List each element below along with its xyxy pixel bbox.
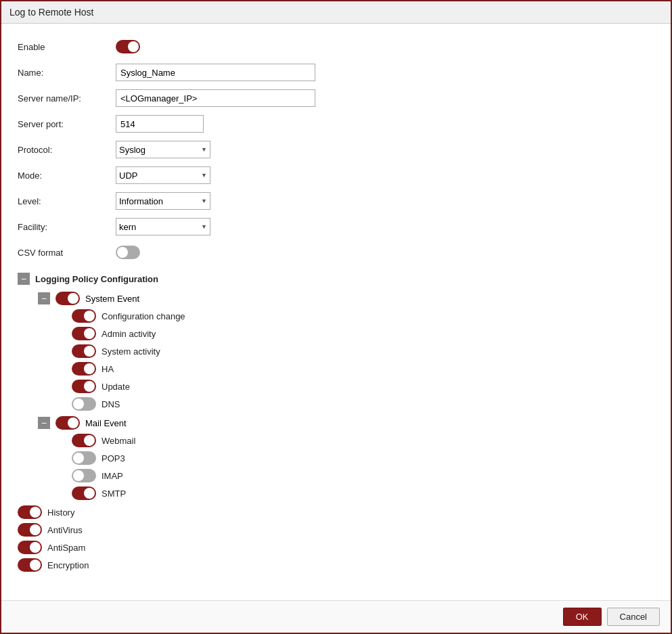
update-item: Update bbox=[72, 380, 654, 393]
mode-wrapper: UDP TCP bbox=[116, 166, 210, 184]
smtp-item: SMTP bbox=[72, 486, 654, 500]
facility-row: Facility: kern user mail daemon bbox=[18, 217, 654, 236]
server-row: Server name/IP: bbox=[18, 89, 654, 108]
dns-toggle[interactable] bbox=[72, 397, 96, 411]
smtp-label: SMTP bbox=[102, 489, 126, 499]
level-row: Level: Emergency Alert Critical Error Wa… bbox=[18, 191, 654, 210]
ha-label: HA bbox=[102, 364, 114, 374]
system-event-header: − System Event bbox=[38, 292, 654, 305]
pop3-item: POP3 bbox=[72, 451, 654, 465]
history-toggle[interactable] bbox=[18, 505, 42, 519]
system-event-section: − System Event Configuration change bbox=[38, 292, 654, 411]
antispam-item: AntiSpam bbox=[18, 541, 654, 554]
imap-item: IMAP bbox=[72, 469, 654, 482]
system-activity-item: System activity bbox=[72, 344, 654, 358]
webmail-label: Webmail bbox=[102, 436, 135, 446]
mode-label: Mode: bbox=[18, 171, 116, 181]
webmail-item: Webmail bbox=[72, 434, 654, 447]
protocol-wrapper: Syslog UDP TCP bbox=[116, 141, 210, 158]
csv-row: CSV format bbox=[18, 243, 654, 262]
dns-item: DNS bbox=[72, 397, 654, 411]
name-row: Name: bbox=[18, 63, 654, 82]
config-change-toggle[interactable] bbox=[72, 309, 96, 323]
ha-item: HA bbox=[72, 362, 654, 376]
imap-label: IMAP bbox=[102, 471, 123, 481]
update-label: Update bbox=[102, 382, 130, 392]
protocol-select[interactable]: Syslog UDP TCP bbox=[116, 141, 210, 158]
top-policy-items: History AntiVirus AntiSpam bbox=[18, 505, 654, 572]
port-input[interactable] bbox=[116, 115, 204, 133]
pop3-toggle[interactable] bbox=[72, 451, 96, 465]
antivirus-item: AntiVirus bbox=[18, 523, 654, 537]
mail-event-items: Webmail POP3 IMAP bbox=[72, 434, 654, 500]
encryption-label: Encryption bbox=[47, 560, 89, 570]
pop3-label: POP3 bbox=[102, 453, 125, 463]
dns-label: DNS bbox=[102, 399, 120, 409]
mail-event-section: − Mail Event Webmail bbox=[38, 416, 654, 500]
admin-activity-label: Admin activity bbox=[102, 329, 156, 339]
history-item: History bbox=[18, 505, 654, 519]
system-event-collapse[interactable]: − bbox=[38, 292, 50, 304]
logging-policy-collapse[interactable]: − bbox=[18, 273, 30, 285]
encryption-toggle[interactable] bbox=[18, 558, 42, 572]
facility-label: Facility: bbox=[18, 222, 116, 232]
dialog-body: Enable Name: Server name/IP: Server port… bbox=[1, 24, 671, 600]
protocol-row: Protocol: Syslog UDP TCP bbox=[18, 140, 654, 159]
csv-toggle[interactable] bbox=[116, 246, 140, 259]
mode-select[interactable]: UDP TCP bbox=[116, 166, 210, 184]
config-change-label: Configuration change bbox=[102, 311, 185, 321]
config-change-item: Configuration change bbox=[72, 309, 654, 323]
ok-button[interactable]: OK bbox=[563, 608, 602, 626]
webmail-toggle[interactable] bbox=[72, 434, 96, 447]
server-label: Server name/IP: bbox=[18, 93, 116, 104]
level-wrapper: Emergency Alert Critical Error Warning N… bbox=[116, 192, 210, 210]
mail-event-toggle[interactable] bbox=[55, 416, 80, 430]
enable-label: Enable bbox=[18, 42, 116, 52]
csv-label: CSV format bbox=[18, 248, 116, 258]
system-event-toggle[interactable] bbox=[55, 292, 80, 305]
encryption-item: Encryption bbox=[18, 558, 654, 572]
cancel-button[interactable]: Cancel bbox=[607, 608, 660, 626]
name-input[interactable] bbox=[116, 64, 315, 81]
system-activity-toggle[interactable] bbox=[72, 344, 96, 358]
dialog: Log to Remote Host Enable Name: Server n… bbox=[0, 0, 672, 634]
mail-event-collapse[interactable]: − bbox=[38, 417, 50, 429]
mail-event-label: Mail Event bbox=[85, 418, 127, 428]
antivirus-toggle[interactable] bbox=[18, 523, 42, 537]
level-select[interactable]: Emergency Alert Critical Error Warning N… bbox=[116, 192, 210, 210]
logging-policy-title: Logging Policy Configuration bbox=[35, 274, 158, 284]
admin-activity-item: Admin activity bbox=[72, 327, 654, 340]
logging-policy-section: − Logging Policy Configuration − System … bbox=[18, 273, 654, 572]
logging-policy-header: − Logging Policy Configuration bbox=[18, 273, 654, 285]
level-label: Level: bbox=[18, 196, 116, 206]
enable-row: Enable bbox=[18, 37, 654, 56]
antivirus-label: AntiVirus bbox=[47, 525, 83, 535]
admin-activity-toggle[interactable] bbox=[72, 327, 96, 340]
protocol-label: Protocol: bbox=[18, 145, 116, 155]
dialog-footer: OK Cancel bbox=[1, 600, 671, 633]
smtp-toggle[interactable] bbox=[72, 486, 96, 500]
mode-row: Mode: UDP TCP bbox=[18, 166, 654, 185]
system-event-items: Configuration change Admin activity Syst… bbox=[72, 309, 654, 411]
facility-select[interactable]: kern user mail daemon bbox=[116, 218, 210, 235]
port-label: Server port: bbox=[18, 119, 116, 129]
enable-toggle[interactable] bbox=[116, 40, 140, 53]
name-label: Name: bbox=[18, 68, 116, 78]
update-toggle[interactable] bbox=[72, 380, 96, 393]
system-event-label: System Event bbox=[85, 294, 139, 304]
dialog-title: Log to Remote Host bbox=[1, 1, 671, 24]
imap-toggle[interactable] bbox=[72, 469, 96, 482]
port-row: Server port: bbox=[18, 114, 654, 133]
mail-event-header: − Mail Event bbox=[38, 416, 654, 430]
server-input[interactable] bbox=[116, 89, 315, 107]
ha-toggle[interactable] bbox=[72, 362, 96, 376]
antispam-label: AntiSpam bbox=[47, 543, 85, 553]
facility-wrapper: kern user mail daemon bbox=[116, 218, 210, 235]
system-activity-label: System activity bbox=[102, 346, 160, 357]
antispam-toggle[interactable] bbox=[18, 541, 42, 554]
history-label: History bbox=[47, 507, 74, 518]
